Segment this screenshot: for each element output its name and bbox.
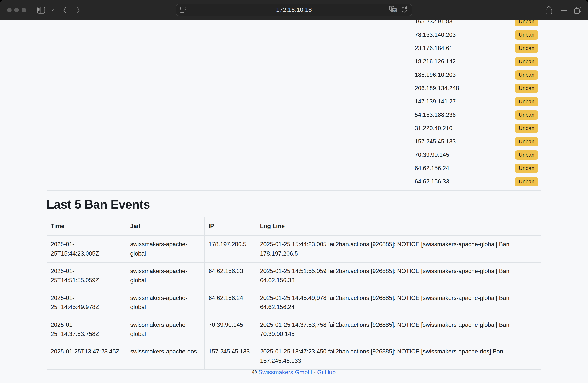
banned-ip-row: 18.216.126.142Unban xyxy=(415,55,538,68)
ban-event-time-cell: 2025-01-25T14:45:49.978Z xyxy=(47,289,126,316)
toolbar-divider xyxy=(48,6,48,14)
chevron-down-icon[interactable] xyxy=(51,9,54,11)
ban-event-log-cell: 2025-01-25 14:45:49,978 fail2ban.actions… xyxy=(256,289,541,316)
ban-event-ip-cell: 70.39.90.145 xyxy=(205,316,256,343)
ban-event-log-cell: 2025-01-25 15:44:23,005 fail2ban.actions… xyxy=(256,236,541,262)
ban-event-ip-cell: 64.62.156.33 xyxy=(205,262,256,289)
copyright-symbol: © xyxy=(252,369,257,376)
ban-event-row: 2025-01-25T14:51:55.059Zswissmakers-apac… xyxy=(47,262,541,289)
github-link[interactable]: GitHub xyxy=(317,369,336,376)
ban-events-table: TimeJailIPLog Line 2025-01-25T15:44:23.0… xyxy=(46,217,541,370)
ban-event-log-cell: 2025-01-25 14:51:55,059 fail2ban.actions… xyxy=(256,262,541,289)
banned-ip-row: 157.245.45.133Unban xyxy=(415,135,538,148)
banned-ip-address: 64.62.156.24 xyxy=(415,165,449,172)
forward-icon[interactable] xyxy=(76,6,81,14)
address-bar[interactable]: 172.16.10.18 A 文 xyxy=(176,4,412,16)
ban-event-ip-cell: 157.245.45.133 xyxy=(205,343,256,370)
unban-button[interactable]: Unban xyxy=(515,164,538,173)
svg-text:文: 文 xyxy=(393,8,396,12)
banned-ip-row: 31.220.40.210Unban xyxy=(415,121,538,135)
ban-event-time-cell: 2025-01-25T13:47:23.45Z xyxy=(47,343,126,370)
ban-event-row: 2025-01-25T14:45:49.978Zswissmakers-apac… xyxy=(47,289,541,316)
banned-ip-row: 206.189.134.248Unban xyxy=(415,81,538,95)
banned-ip-address: 78.153.140.203 xyxy=(415,31,456,38)
banned-ip-row: 147.139.141.27Unban xyxy=(415,95,538,108)
banned-ip-address: 185.196.10.203 xyxy=(415,71,456,78)
unban-button[interactable]: Unban xyxy=(515,110,538,120)
ban-event-jail-cell: swissmakers-apache-global xyxy=(126,262,205,289)
sidebar-icon[interactable] xyxy=(37,6,45,14)
banned-ip-address: 23.176.184.61 xyxy=(415,45,452,52)
share-icon[interactable] xyxy=(545,6,553,15)
banned-ip-row: 78.153.140.203Unban xyxy=(415,28,538,41)
banned-ip-row: 64.62.156.33Unban xyxy=(415,175,538,188)
banned-ip-address: 18.216.126.142 xyxy=(415,58,456,65)
footer: © Swissmakers GmbH - GitHub xyxy=(0,369,588,376)
browser-toolbar: 172.16.10.18 A 文 xyxy=(0,0,588,20)
browser-window: 165.232.91.83Unban78.153.140.203Unban23.… xyxy=(0,0,588,383)
unban-button[interactable]: Unban xyxy=(515,70,538,80)
banned-ip-row: 185.196.10.203Unban xyxy=(415,68,538,81)
url-text[interactable]: 172.16.10.18 xyxy=(176,4,412,16)
unban-button[interactable]: Unban xyxy=(515,84,538,93)
reload-icon[interactable] xyxy=(400,6,408,14)
banned-ip-address: 70.39.90.145 xyxy=(415,151,449,158)
unban-button[interactable]: Unban xyxy=(515,150,538,160)
unban-button[interactable]: Unban xyxy=(515,177,538,186)
ban-event-jail-cell: swissmakers-apache-global xyxy=(126,316,205,343)
unban-button[interactable]: Unban xyxy=(515,97,538,106)
ban-event-time-cell: 2025-01-25T14:51:55.059Z xyxy=(47,262,126,289)
banned-ip-row: 23.176.184.61Unban xyxy=(415,41,538,55)
banned-ip-address: 54.153.188.236 xyxy=(415,111,456,118)
banned-ip-list: 165.232.91.83Unban78.153.140.203Unban23.… xyxy=(415,15,538,188)
tabs-overview-icon[interactable] xyxy=(573,6,582,15)
ban-events-tbody: 2025-01-25T15:44:23.005Zswissmakers-apac… xyxy=(47,236,541,370)
ban-event-jail-cell: swissmakers-apache-dos xyxy=(126,343,205,370)
translate-icon[interactable]: A 文 xyxy=(389,6,397,14)
new-tab-icon[interactable] xyxy=(560,7,568,15)
zoom-window-icon[interactable] xyxy=(21,8,26,12)
column-header-log-line: Log Line xyxy=(256,217,541,236)
banned-ip-address: 147.139.141.27 xyxy=(415,98,456,105)
column-header-ip: IP xyxy=(205,217,256,236)
column-header-jail: Jail xyxy=(126,217,205,236)
banned-ip-address: 64.62.156.33 xyxy=(415,178,449,185)
ban-event-ip-cell: 64.62.156.24 xyxy=(205,289,256,316)
ban-event-row: 2025-01-25T15:44:23.005Zswissmakers-apac… xyxy=(47,236,541,262)
banned-ip-address: 157.245.45.133 xyxy=(415,138,456,145)
back-icon[interactable] xyxy=(63,6,67,14)
ban-event-jail-cell: swissmakers-apache-global xyxy=(126,289,205,316)
unban-button[interactable]: Unban xyxy=(515,57,538,66)
banned-ip-row: 70.39.90.145Unban xyxy=(415,148,538,161)
company-link[interactable]: Swissmakers GmbH xyxy=(258,369,312,376)
ban-event-time-cell: 2025-01-25T14:37:53.758Z xyxy=(47,316,126,343)
minimize-window-icon[interactable] xyxy=(14,8,19,12)
window-controls xyxy=(7,8,26,12)
banned-ip-address: 31.220.40.210 xyxy=(415,125,452,132)
page-title: Last 5 Ban Events xyxy=(46,197,150,212)
banned-ip-address: 206.189.134.248 xyxy=(415,85,459,92)
banned-ip-row: 54.153.188.236Unban xyxy=(415,108,538,121)
unban-button[interactable]: Unban xyxy=(515,124,538,133)
ban-event-row: 2025-01-25T13:47:23.45Zswissmakers-apach… xyxy=(47,343,541,370)
section-divider xyxy=(46,190,541,191)
ban-event-row: 2025-01-25T14:37:53.758Zswissmakers-apac… xyxy=(47,316,541,343)
banned-ip-row: 64.62.156.24Unban xyxy=(415,161,538,175)
ban-events-header-row: TimeJailIPLog Line xyxy=(47,217,541,236)
unban-button[interactable]: Unban xyxy=(515,137,538,146)
column-header-time: Time xyxy=(47,217,126,236)
ban-event-time-cell: 2025-01-25T15:44:23.005Z xyxy=(47,236,126,262)
unban-button[interactable]: Unban xyxy=(515,30,538,40)
ban-event-log-cell: 2025-01-25 14:37:53,758 fail2ban.actions… xyxy=(256,316,541,343)
close-window-icon[interactable] xyxy=(7,8,12,12)
unban-button[interactable]: Unban xyxy=(515,44,538,53)
ban-event-ip-cell: 178.197.206.5 xyxy=(205,236,256,262)
ban-event-log-cell: 2025-01-25 13:47:23,450 fail2ban.actions… xyxy=(256,343,541,370)
ban-event-jail-cell: swissmakers-apache-global xyxy=(126,236,205,262)
footer-separator: - xyxy=(314,369,315,376)
